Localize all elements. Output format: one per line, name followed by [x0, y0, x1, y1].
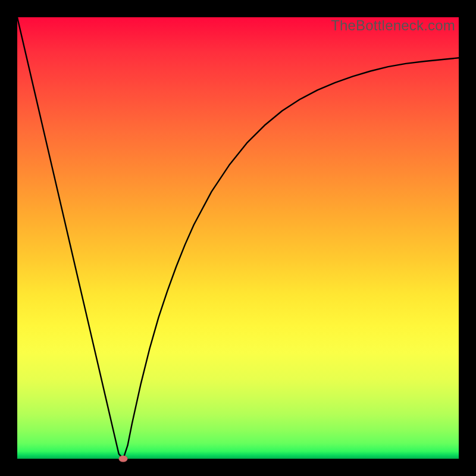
minimum-marker: [119, 456, 128, 462]
bottleneck-curve: [17, 17, 459, 459]
plot-area: TheBottleneck.com: [17, 17, 459, 459]
chart-frame: TheBottleneck.com: [0, 0, 476, 476]
